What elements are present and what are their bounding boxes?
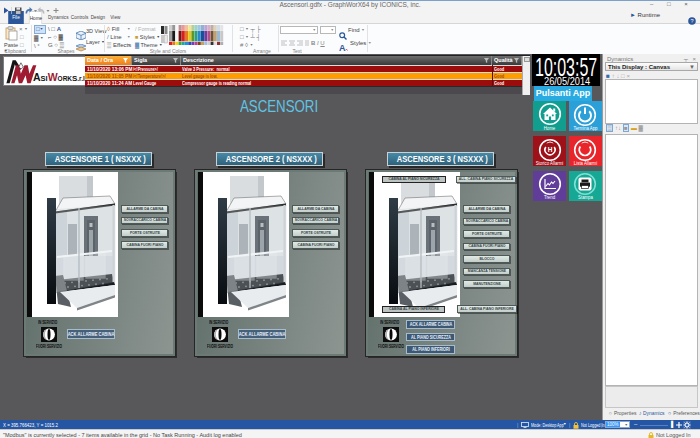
svg-text:H: H xyxy=(547,146,552,153)
svg-text:?: ? xyxy=(690,18,693,24)
svg-text:ORK: ORK xyxy=(58,74,73,81)
svg-text:SI: SI xyxy=(41,73,48,82)
svg-text:W: W xyxy=(48,70,58,82)
svg-text:A: A xyxy=(339,43,346,52)
